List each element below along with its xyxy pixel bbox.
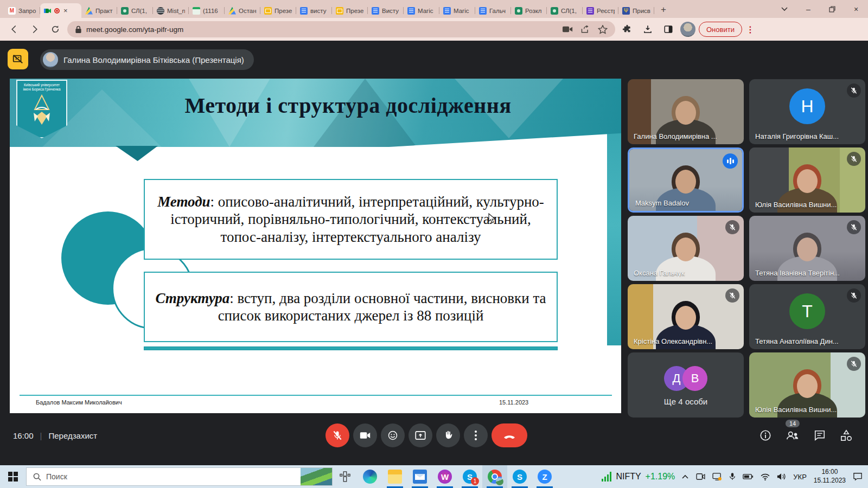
tab-prysv[interactable]: Присв [618,3,654,18]
overflow-count-label: Ще 4 особи [628,397,744,406]
taskbar-clock[interactable]: 16:00 15.11.2023 [814,468,846,485]
chat-panel-icon[interactable] [814,429,826,441]
tab-mist[interactable]: Mist_n [153,3,189,18]
task-view-button[interactable] [333,465,358,488]
end-call-button[interactable] [492,423,527,447]
tab-sl2[interactable]: СЛ(1, [547,3,583,18]
taskbar-app-chrome-active[interactable] [482,465,507,488]
speaking-indicator-icon [723,153,738,169]
profile-avatar[interactable] [680,22,695,37]
tray-expand-chevron-icon[interactable] [682,474,688,479]
tab-drive-prakt[interactable]: Практ [81,3,117,18]
participant-tile-tetiana-i[interactable]: Тетяна Іванівна Тверітін... [749,216,865,281]
taskbar-app-edge[interactable] [358,465,382,488]
participant-tile-natalia[interactable]: Н Наталія Григорівна Каш... [749,79,865,144]
camera-toggle-button[interactable] [353,423,377,447]
search-icon [33,473,41,481]
taskbar-app-w[interactable]: W [432,465,457,488]
participant-tile-oksana[interactable]: Оксана Гальчук [628,216,744,281]
slide-footer-author: Бадалов Максим Миколайович [36,399,122,406]
activities-icon[interactable] [840,429,853,441]
taskbar-app-explorer[interactable] [382,465,407,488]
taskbar-app-zoom[interactable]: Z [532,465,557,488]
tab-docs-vystup2[interactable]: Висту [368,3,404,18]
side-panel-icon[interactable] [660,21,677,38]
tab-docs-magis2[interactable]: Магіс [439,3,475,18]
zoom-icon: Z [538,470,552,484]
participant-name: Галина Володимирівна ... [634,132,722,140]
new-tab-button[interactable]: + [656,3,671,17]
meeting-details-icon[interactable] [760,429,771,441]
stock-ticker-widget[interactable]: NIFTY +1.19% [602,472,675,481]
tray-display-sync-icon[interactable] [712,473,722,481]
update-browser-button[interactable]: Оновити [699,22,742,37]
tab-docs-magis1[interactable]: Магіс [404,3,439,18]
globe-icon [157,7,164,15]
present-screen-button[interactable] [409,423,432,447]
tab-drive-ostan[interactable]: Остан [225,3,260,18]
taskbar-app-skype[interactable]: S [507,465,532,488]
tray-camera-icon[interactable] [695,473,705,480]
tray-volume-icon[interactable] [777,473,786,480]
raise-hand-button[interactable] [436,423,460,447]
window-minimize-button[interactable]: – [796,0,820,18]
more-options-button[interactable] [464,423,488,447]
tray-mic-icon[interactable] [729,472,736,481]
camera-allowed-icon[interactable] [563,25,573,33]
taskbar-app-mail[interactable] [407,465,432,488]
tab-sl1[interactable]: СЛ(1, [117,3,153,18]
participant-tile-yulia-2[interactable]: Юлія Василівна Вишни... [749,352,865,418]
participant-tile-yulia-1[interactable]: Юлія Василівна Вишни... [749,147,865,213]
reactions-button[interactable] [381,423,405,447]
participant-name: Крістіна Олександрівн... [634,337,722,345]
participant-tile-kristina[interactable]: Крістіна Олександрівн... [628,284,744,349]
tab-docs-galch[interactable]: Гальч [475,3,511,18]
share-icon[interactable] [580,25,590,34]
action-center-icon[interactable] [853,472,863,481]
tab-gmail[interactable]: Запро [4,3,40,18]
tab-reestr[interactable]: Реєстр [583,3,618,18]
tab-slides-preze1[interactable]: Презе [260,3,296,18]
overflow-participants-tile[interactable]: Д В Ще 4 особи [628,352,744,418]
gmail-icon [8,7,16,15]
trident-icon [622,7,630,15]
tab-rozkl[interactable]: Розкл [511,3,547,18]
presentation-warning-icon[interactable] [8,49,28,69]
tray-battery-icon[interactable] [743,473,754,480]
participant-tile-galyna[interactable]: Галина Володимирівна ... [628,79,744,144]
back-button[interactable] [5,21,23,38]
participants-grid: Галина Володимирівна ... Н Наталія Григо… [628,79,865,418]
ticker-name: NIFTY [616,472,641,481]
bookmark-star-icon[interactable] [598,25,608,34]
docs-icon [372,7,379,15]
mic-muted-icon [847,152,861,166]
participant-tile-maksym-speaking[interactable]: Maksym Badalov [628,147,744,213]
address-bar[interactable]: meet.google.com/yta-pifr-ugm [67,21,615,37]
window-close-button[interactable]: × [844,0,868,18]
browser-menu-icon[interactable]: ⋮ [745,24,755,35]
forward-button[interactable] [26,21,43,38]
url-text: meet.google.com/yta-pifr-ugm [86,25,183,34]
windows-taskbar: Поиск W S1 S Z NIFTY +1.19% УКР 16:00 15… [0,465,868,488]
participant-tile-tetiana-a[interactable]: Т Тетяна Анатоліївна Дин... [749,284,865,349]
tray-wifi-icon[interactable] [761,473,770,480]
participant-avatar: Т [789,293,825,329]
window-restore-button[interactable] [820,0,844,18]
taskbar-search-input[interactable]: Поиск [26,467,333,486]
tab-close-icon[interactable]: × [63,7,68,15]
start-button[interactable] [0,465,26,488]
people-panel-icon[interactable] [786,429,800,441]
university-emblem-icon [27,93,56,127]
taskbar-app-skype-notify[interactable]: S1 [457,465,482,488]
tab-1116[interactable]: (1116 [189,3,225,18]
tab-docs-vystup1[interactable]: висту [296,3,332,18]
tab-meet-active[interactable]: × [40,3,81,18]
reload-button[interactable] [47,21,64,38]
language-indicator[interactable]: УКР [793,473,807,481]
meeting-info: 16:00 | Передзахист [13,431,97,440]
mic-toggle-button-muted[interactable] [326,423,349,447]
tab-search-chevron-icon[interactable] [773,0,796,18]
extensions-puzzle-icon[interactable] [618,21,636,38]
tab-slides-preze2[interactable]: Презе [332,3,368,18]
downloads-icon[interactable] [639,21,656,38]
